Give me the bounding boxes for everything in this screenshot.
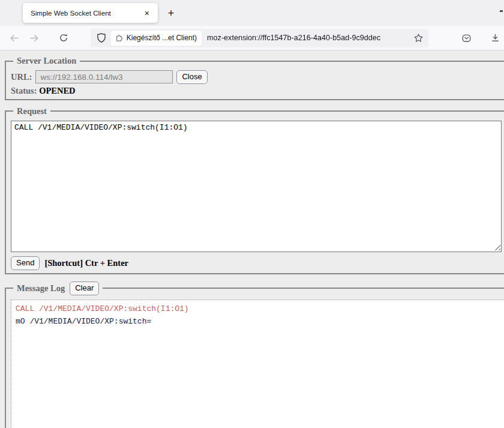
reload-button[interactable] — [55, 29, 73, 47]
request-fieldset: Request CALL /V1/MEDIA/VIDEO/XP:switch(I… — [5, 106, 504, 274]
toolbar-right-icons — [457, 29, 504, 47]
navigation-toolbar: Kiegészítő ...et Client) moz-extension:/… — [0, 26, 504, 50]
websocket-client-page: Server Location URL: Close Status: OPENE… — [0, 50, 504, 428]
pocket-button[interactable] — [457, 29, 475, 47]
shortcut-hint: [Shortcut] Ctr + Enter — [44, 258, 128, 268]
tab-bar: Simple Web Socket Client × + — [0, 0, 504, 26]
tab-title: Simple Web Socket Client — [31, 9, 142, 17]
message-log-legend: Message Log Clear — [13, 282, 103, 295]
url-text: moz-extension://ffc1547b-a216-4a40-b5ad-… — [207, 34, 409, 42]
back-button[interactable] — [5, 29, 23, 47]
extension-puzzle-icon — [116, 34, 124, 42]
forward-button[interactable] — [26, 29, 44, 47]
message-log-legend-label: Message Log — [17, 283, 65, 294]
status-label: Status: — [11, 86, 37, 95]
plus-icon: + — [168, 7, 175, 20]
log-entry-received: mO /V1/MEDIA/VIDEO/XP:switch= — [11, 315, 504, 328]
message-log-area: CALL /V1/MEDIA/VIDEO/XP:switch(I1:O1) mO… — [11, 300, 504, 428]
tab-simple-web-socket-client[interactable]: Simple Web Socket Client × — [23, 3, 158, 23]
tab-close-icon[interactable]: × — [142, 7, 152, 19]
pocket-icon — [461, 33, 472, 43]
url-label: URL: — [11, 72, 32, 82]
extension-badge[interactable]: Kiegészítő ...et Client) — [111, 31, 202, 46]
request-textarea[interactable]: CALL /V1/MEDIA/VIDEO/XP:switch(I1:O1) — [11, 121, 502, 252]
bookmark-star-icon[interactable] — [413, 33, 424, 43]
server-url-row: URL: Close — [11, 70, 504, 84]
forward-arrow-icon — [29, 33, 40, 43]
extension-badge-label: Kiegészítő ...et Client) — [127, 34, 197, 42]
tracking-shield-icon[interactable] — [96, 32, 107, 43]
new-tab-button[interactable]: + — [163, 5, 179, 22]
server-location-fieldset: Server Location URL: Close Status: OPENE… — [5, 56, 504, 100]
server-url-input — [35, 70, 173, 83]
send-button[interactable]: Send — [11, 256, 40, 270]
address-bar[interactable]: Kiegészítő ...et Client) moz-extension:/… — [91, 29, 428, 47]
server-location-legend: Server Location — [13, 56, 80, 66]
message-log-fieldset: Message Log Clear CALL /V1/MEDIA/VIDEO/X… — [5, 282, 504, 428]
downloads-icon — [490, 33, 500, 43]
status-value: OPENED — [39, 86, 75, 95]
clear-log-button[interactable]: Clear — [70, 282, 99, 295]
request-legend: Request — [13, 106, 50, 116]
status-row: Status: OPENED — [11, 86, 504, 96]
back-arrow-icon — [9, 33, 19, 43]
send-row: Send [Shortcut] Ctr + Enter — [11, 256, 504, 270]
downloads-button[interactable] — [486, 29, 504, 47]
log-entry-sent: CALL /V1/MEDIA/VIDEO/XP:switch(I1:O1) — [11, 303, 504, 315]
window-control-fragment — [500, 10, 503, 12]
reload-icon — [59, 33, 68, 43]
request-textarea-wrap: CALL /V1/MEDIA/VIDEO/XP:switch(I1:O1) — [11, 121, 502, 252]
close-connection-button[interactable]: Close — [176, 70, 207, 84]
